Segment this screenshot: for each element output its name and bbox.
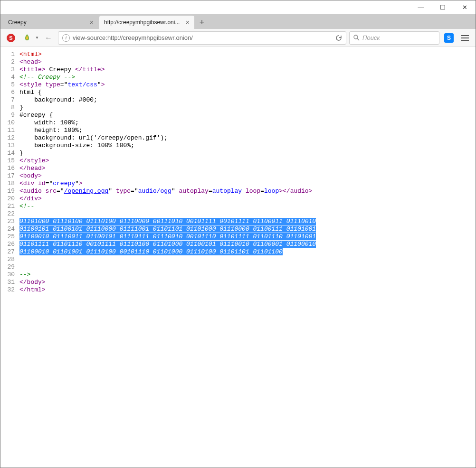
code-text[interactable]: <!-- [19,203,476,210]
code-text[interactable]: height: 100%; [19,127,476,134]
arrow-left-icon: ← [45,34,52,42]
tor-button[interactable] [20,31,34,45]
line-number: 8 [0,104,19,112]
window-titlebar: — ☐ ✕ [0,0,476,14]
source-line: 22 [0,210,476,218]
code-text[interactable]: <title> Creepy </title> [19,66,476,74]
line-number: 4 [0,74,19,81]
code-text[interactable]: </html> [19,286,476,294]
source-line: 2<head> [0,58,476,66]
code-text[interactable]: } [19,150,476,157]
code-text[interactable] [19,263,476,271]
source-line: 2501100010 01110011 01100101 01110111 01… [0,233,476,241]
code-text[interactable]: </head> [19,165,476,172]
onion-icon [23,34,31,42]
dropdown-icon[interactable]: ▼ [35,36,39,40]
code-text[interactable]: html { [19,89,476,96]
tab-creepy[interactable]: Creepy × [3,16,98,29]
code-text[interactable]: 01100010 01110011 01100101 01110111 0111… [19,233,476,241]
window-maximize-button[interactable]: ☐ [432,0,454,14]
code-text[interactable]: <div id="creepy"> [19,180,476,187]
noscript-button[interactable]: S [4,31,18,45]
site-info-icon[interactable]: i [62,34,70,42]
code-text[interactable]: <head> [19,58,476,66]
code-text[interactable] [19,210,476,218]
source-line: 10 width: 100%; [0,119,476,127]
new-tab-button[interactable]: + [195,16,209,29]
code-text[interactable]: 01101111 01101110 00101111 01110100 0110… [19,241,476,248]
search-box[interactable]: Поиск [349,31,439,45]
code-text[interactable]: <html> [19,51,476,58]
tab-label: Creepy [8,19,87,26]
code-text[interactable] [19,256,476,263]
address-bar[interactable]: i view-source:http://creepymhpgibsewr.on… [58,31,346,45]
line-number: 15 [0,157,19,165]
extension-icon: S [444,33,454,43]
hamburger-icon [461,35,469,41]
svg-point-0 [354,35,358,39]
source-line: 16</head> [0,165,476,172]
window-close-button[interactable]: ✕ [454,0,476,14]
line-number: 2 [0,58,19,66]
source-line: 18<div id="creepy"> [0,180,476,187]
code-text[interactable]: </style> [19,157,476,165]
code-text[interactable]: 01100010 01101001 01110100 00101110 0110… [19,248,476,256]
code-text[interactable]: background: #000; [19,96,476,104]
code-text[interactable]: } [19,104,476,112]
line-number: 7 [0,96,19,104]
code-text[interactable]: --> [19,271,476,279]
line-number: 3 [0,66,19,74]
code-text[interactable]: 01100101 01100101 01110000 01111001 0110… [19,225,476,233]
code-text[interactable]: 01101000 01110100 01110100 01110000 0011… [19,218,476,225]
code-text[interactable]: #creepy { [19,112,476,119]
tab-view-source[interactable]: http://creepymhpgibsewr.oni... × [99,16,194,29]
selected-text[interactable]: 01100010 01101001 01110100 00101110 0110… [19,248,283,255]
code-text[interactable]: </body> [19,279,476,286]
code-text[interactable]: background: url('/creepy/open.gif'); [19,134,476,142]
line-number: 12 [0,134,19,142]
source-line: 7 background: #000; [0,96,476,104]
line-number: 29 [0,263,19,271]
source-line: 11 height: 100%; [0,127,476,134]
code-text[interactable]: background-size: 100% 100%; [19,142,476,150]
selected-text[interactable]: 01101000 01110100 01110100 01110000 0011… [19,218,316,225]
line-number: 17 [0,172,19,180]
source-line: 8} [0,104,476,112]
line-number: 19 [0,187,19,195]
line-number: 30 [0,271,19,279]
source-line: 31</body> [0,279,476,286]
tab-close-icon[interactable]: × [186,19,190,26]
selected-text[interactable]: 01101111 01101110 00101111 01110100 0110… [19,241,316,248]
source-line: 20</div> [0,195,476,203]
source-line: 3<title> Creepy </title> [0,66,476,74]
code-text[interactable]: </div> [19,195,476,203]
code-text[interactable]: <!-- Creepy --> [19,74,476,81]
source-line: 2401100101 01100101 01110000 01111001 01… [0,225,476,233]
code-text[interactable]: <audio src="/opening.ogg" type="audio/og… [19,187,476,195]
selected-text[interactable]: 01100101 01100101 01110000 01111001 0110… [19,225,316,233]
tab-close-icon[interactable]: × [90,19,94,26]
menu-button[interactable] [458,31,472,45]
line-number: 22 [0,210,19,218]
svg-line-1 [357,38,359,40]
noscript-icon: S [7,34,15,42]
line-number: 28 [0,256,19,263]
source-line: 29 [0,263,476,271]
line-number: 16 [0,165,19,172]
url-text: view-source:http://creepymhpgibsewr.onio… [73,34,333,41]
source-line: 17<body> [0,172,476,180]
source-line: 28 [0,256,476,263]
source-view[interactable]: 1<html>2<head>3<title> Creepy </title>4<… [0,47,476,468]
source-line: 30--> [0,271,476,279]
window-minimize-button[interactable]: — [410,0,432,14]
source-line: 14} [0,150,476,157]
back-button[interactable]: ← [42,31,55,45]
extension-button[interactable]: S [442,31,456,45]
reload-icon[interactable] [335,35,342,41]
toolbar: S ▼ ← i view-source:http://creepymhpgibs… [0,29,476,47]
code-text[interactable]: <style type="text/css"> [19,81,476,89]
code-text[interactable]: width: 100%; [19,119,476,127]
selected-text[interactable]: 01100010 01110011 01100101 01110111 0111… [19,233,316,240]
code-text[interactable]: <body> [19,172,476,180]
source-line: 21<!-- [0,203,476,210]
